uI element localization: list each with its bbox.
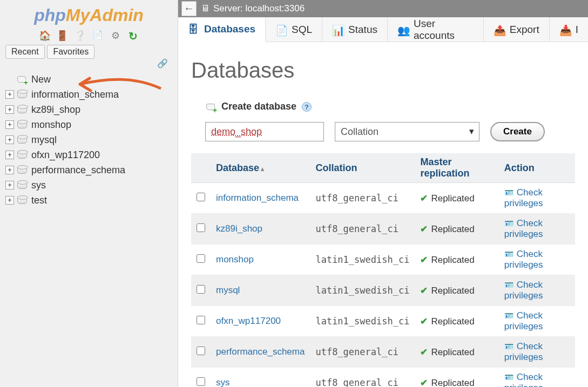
check-icon: ✔ [420, 286, 428, 296]
database-link[interactable]: sys [216, 377, 230, 387]
tree-item-label: mysql [31, 134, 57, 146]
tree-item[interactable]: +information_schema [5, 87, 178, 102]
new-database-icon [17, 74, 27, 84]
table-row: performance_schemautf8_general_ci✔Replic… [191, 337, 575, 368]
tree-new[interactable]: New [5, 72, 178, 87]
row-checkbox[interactable] [197, 377, 205, 386]
row-replication: ✔Replicated [415, 368, 498, 388]
check-privileges-link[interactable]: Check privileges [504, 187, 543, 208]
check-privileges-link[interactable]: Check privileges [504, 341, 543, 362]
database-link[interactable]: performance_schema [216, 347, 305, 357]
expand-icon[interactable]: + [5, 135, 14, 144]
tab-status[interactable]: Status [322, 17, 388, 42]
status-icon [332, 24, 343, 35]
database-icon [17, 136, 27, 144]
expand-icon[interactable]: + [5, 120, 14, 129]
phpmyadmin-logo: phpMyAdmin [0, 5, 178, 25]
database-icon [17, 151, 27, 159]
tab-databases[interactable]: Databases [178, 17, 266, 42]
link-icon[interactable]: 🔗 [157, 58, 168, 69]
col-collation[interactable]: Collation [310, 153, 415, 183]
privileges-icon [504, 310, 517, 321]
row-checkbox[interactable] [197, 223, 205, 232]
nav-sidebar: phpMyAdmin Recent Favorites 🔗 New +infor… [0, 0, 178, 387]
database-link[interactable]: kz89i_shop [216, 223, 262, 234]
row-checkbox[interactable] [197, 347, 205, 355]
top-tabs: Databases SQL Status User accounts Expor… [178, 17, 588, 42]
tab-export-label: Export [510, 24, 539, 36]
row-replication: ✔Replicated [415, 275, 498, 306]
check-privileges-link[interactable]: Check privileges [504, 249, 543, 270]
check-privileges-link[interactable]: Check privileges [504, 280, 543, 301]
database-name-input[interactable] [205, 122, 324, 141]
row-checkbox[interactable] [197, 193, 205, 201]
row-collation: latin1_swedish_ci [310, 306, 415, 337]
expand-icon[interactable]: + [5, 196, 14, 205]
table-row: ofxn_wp117200latin1_swedish_ci✔Replicate… [191, 306, 575, 337]
tree-item-label: test [31, 195, 47, 206]
database-list-table: Database Collation Master replication Ac… [191, 153, 575, 387]
tree-item[interactable]: +ofxn_wp117200 [5, 147, 178, 162]
table-row: kz89i_shoputf8_general_ci✔ReplicatedChec… [191, 214, 575, 245]
tab-favorites[interactable]: Favorites [47, 45, 94, 59]
privileges-icon [504, 187, 517, 198]
tab-import-label: I [576, 24, 578, 36]
back-button[interactable]: ← [181, 1, 197, 16]
help-icon[interactable] [74, 30, 86, 42]
collation-select[interactable]: Collation [335, 122, 479, 141]
docs-icon[interactable] [92, 30, 104, 42]
expand-icon[interactable]: + [5, 181, 14, 189]
create-database-label: Create database [221, 101, 296, 112]
row-collation: latin1_swedish_ci [310, 275, 415, 306]
logo-part1: php [34, 5, 66, 25]
help-icon[interactable]: ? [302, 102, 312, 112]
tab-export[interactable]: Export [484, 17, 550, 42]
table-row: mysqllatin1_swedish_ci✔ReplicatedCheck p… [191, 275, 575, 306]
tree-item-label: monshop [31, 119, 71, 131]
expand-icon[interactable]: + [5, 90, 14, 99]
col-replication[interactable]: Master replication [415, 153, 498, 183]
export-icon [494, 24, 504, 35]
tree-item[interactable]: +test [5, 193, 178, 208]
create-button[interactable]: Create [490, 122, 545, 141]
sql-icon [275, 24, 286, 35]
logout-icon[interactable] [56, 30, 68, 42]
privileges-icon [504, 372, 517, 382]
database-link[interactable]: ofxn_wp117200 [216, 316, 281, 326]
tree-item[interactable]: +performance_schema [5, 162, 178, 178]
databases-icon [188, 24, 199, 35]
home-icon[interactable] [39, 30, 51, 42]
table-row: information_schemautf8_general_ci✔Replic… [191, 183, 575, 214]
privileges-icon [504, 280, 517, 290]
expand-icon[interactable]: + [5, 105, 14, 114]
database-icon [17, 166, 27, 174]
settings-icon[interactable] [110, 30, 121, 42]
row-checkbox[interactable] [197, 316, 205, 324]
check-privileges-link[interactable]: Check privileges [504, 218, 543, 239]
tree-item[interactable]: +monshop [5, 117, 178, 132]
database-link[interactable]: mysql [216, 285, 240, 295]
tree-item[interactable]: +sys [5, 178, 178, 193]
tab-sql[interactable]: SQL [266, 17, 322, 42]
row-checkbox[interactable] [197, 254, 205, 263]
database-tree: New +information_schema+kz89i_shop+monsh… [5, 72, 178, 208]
row-checkbox[interactable] [197, 285, 205, 294]
expand-icon[interactable]: + [5, 151, 14, 159]
col-action: Action [499, 153, 575, 183]
row-replication: ✔Replicated [415, 306, 498, 337]
database-link[interactable]: monshop [216, 254, 254, 264]
reload-icon[interactable] [127, 30, 139, 42]
tree-item-label: ofxn_wp117200 [31, 150, 100, 161]
check-privileges-link[interactable]: Check privileges [504, 372, 543, 387]
tab-user-accounts[interactable]: User accounts [388, 17, 484, 42]
tree-item[interactable]: +kz89i_shop [5, 102, 178, 117]
check-privileges-link[interactable]: Check privileges [504, 310, 543, 331]
tab-recent[interactable]: Recent [5, 45, 45, 59]
col-database[interactable]: Database [211, 153, 310, 183]
expand-icon[interactable]: + [5, 166, 14, 174]
database-link[interactable]: information_schema [216, 193, 299, 203]
tree-item[interactable]: +mysql [5, 132, 178, 147]
database-icon [17, 91, 27, 98]
create-database-heading: Create database ? [206, 101, 575, 112]
tab-import[interactable]: I [550, 17, 588, 42]
